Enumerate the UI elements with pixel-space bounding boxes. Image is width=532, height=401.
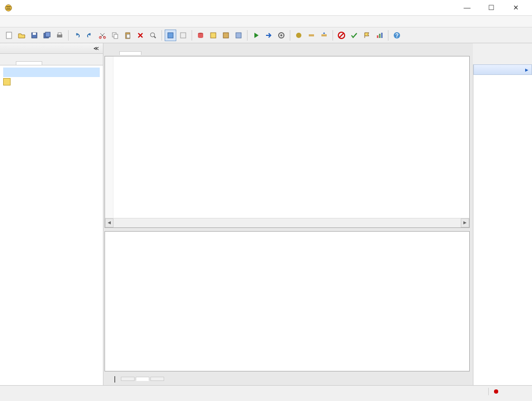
save-button[interactable]	[28, 30, 40, 41]
menu-tools[interactable]	[44, 21, 53, 23]
svg-rect-28	[321, 34, 327, 36]
menu-bar	[0, 16, 532, 27]
schedule-label: |	[114, 375, 116, 383]
svg-rect-19	[180, 33, 186, 38]
menu-window[interactable]	[53, 21, 61, 23]
chart-button[interactable]	[374, 30, 385, 41]
menu-help[interactable]	[61, 21, 70, 23]
main: ≪ ◄ ►	[0, 43, 532, 385]
tree-file[interactable]	[3, 77, 100, 87]
tool2-button[interactable]	[207, 30, 219, 41]
status-user	[488, 388, 506, 395]
arrow-button[interactable]	[263, 30, 274, 41]
svg-point-0	[5, 5, 12, 11]
cut-button[interactable]	[97, 30, 108, 41]
functions-title: ▸	[473, 64, 532, 75]
solution-tabstrip	[0, 54, 103, 65]
undo-button[interactable]	[71, 30, 83, 41]
svg-rect-5	[33, 33, 36, 35]
minimize-button[interactable]: —	[455, 0, 479, 16]
tab-monitor[interactable]	[150, 377, 164, 381]
menu-edit[interactable]	[11, 21, 19, 23]
menu-debug[interactable]	[27, 21, 36, 23]
menu-file[interactable]	[2, 21, 11, 23]
expand-right-icon[interactable]: ▸	[525, 66, 528, 73]
solution-pane-title: ≪	[0, 43, 103, 54]
svg-line-30	[339, 33, 344, 37]
svg-rect-9	[58, 33, 61, 35]
copy-button[interactable]	[109, 30, 121, 41]
code-editor[interactable]: ◄ ►	[104, 56, 470, 228]
step-button[interactable]	[306, 30, 317, 41]
tab-cluster[interactable]	[121, 377, 135, 381]
svg-point-26	[296, 33, 301, 38]
svg-rect-31	[377, 35, 378, 38]
redo-button[interactable]	[84, 30, 96, 41]
stop-button[interactable]	[336, 30, 347, 41]
app-icon	[4, 4, 13, 12]
svg-rect-33	[381, 33, 383, 38]
svg-point-25	[280, 34, 282, 36]
maximize-button[interactable]: ☐	[479, 0, 504, 16]
menu-schedule[interactable]	[36, 21, 44, 23]
functions-pane: ▸	[473, 64, 532, 385]
toggle2-button[interactable]	[177, 30, 189, 41]
collapse-left-icon[interactable]: ≪	[93, 45, 99, 51]
svg-line-17	[154, 36, 156, 38]
center-pane: ◄ ► |	[103, 43, 473, 385]
menu-view[interactable]	[19, 21, 27, 23]
gear-button[interactable]	[276, 30, 287, 41]
status-bar	[0, 385, 532, 397]
scroll-left-icon[interactable]: ◄	[105, 218, 113, 227]
status-dot-icon	[494, 389, 498, 394]
editor-tab[interactable]	[119, 51, 141, 55]
stepover-button[interactable]	[318, 30, 330, 41]
svg-rect-15	[127, 34, 130, 38]
svg-rect-21	[211, 33, 216, 38]
check-button[interactable]	[348, 30, 360, 41]
svg-rect-18	[168, 33, 173, 38]
find-button[interactable]	[147, 30, 159, 41]
tree-root[interactable]	[3, 68, 100, 77]
functions-tree[interactable]	[473, 75, 532, 79]
svg-text:?: ?	[395, 33, 398, 39]
svg-rect-23	[236, 33, 241, 38]
paste-button[interactable]	[122, 30, 134, 41]
open-button[interactable]	[16, 30, 27, 41]
toggle1-button[interactable]	[165, 30, 176, 41]
delete-button[interactable]	[135, 30, 146, 41]
log-panel[interactable]	[104, 231, 470, 371]
svg-point-16	[150, 33, 155, 37]
run-button[interactable]	[250, 30, 262, 41]
flag-button[interactable]	[361, 30, 373, 41]
saveall-button[interactable]	[41, 30, 53, 41]
help-button[interactable]: ?	[391, 30, 403, 41]
bottom-tabbar: |	[103, 373, 473, 385]
solution-tree[interactable]	[0, 65, 103, 385]
tool3-button[interactable]	[220, 30, 232, 41]
db-button[interactable]	[195, 30, 206, 41]
break-button[interactable]	[293, 30, 305, 41]
svg-rect-7	[45, 32, 50, 37]
tool4-button[interactable]	[233, 30, 244, 41]
new-button[interactable]	[3, 30, 15, 41]
editor-gutter	[105, 56, 113, 227]
svg-rect-32	[379, 34, 381, 38]
print-button[interactable]	[54, 30, 65, 41]
svg-rect-13	[114, 34, 118, 39]
svg-rect-27	[309, 34, 314, 36]
close-button[interactable]: ✕	[504, 0, 528, 16]
tab-log[interactable]	[136, 377, 149, 381]
editor-tabbar	[103, 43, 473, 55]
scroll-right-icon[interactable]: ►	[461, 218, 469, 227]
title-bar: — ☐ ✕	[0, 0, 532, 16]
solution-tab-general[interactable]	[16, 61, 42, 65]
solution-pane: ≪	[0, 43, 103, 385]
toolbar: ?	[0, 27, 532, 43]
svg-rect-3	[6, 32, 12, 39]
file-icon	[3, 78, 11, 85]
svg-rect-22	[223, 33, 229, 38]
